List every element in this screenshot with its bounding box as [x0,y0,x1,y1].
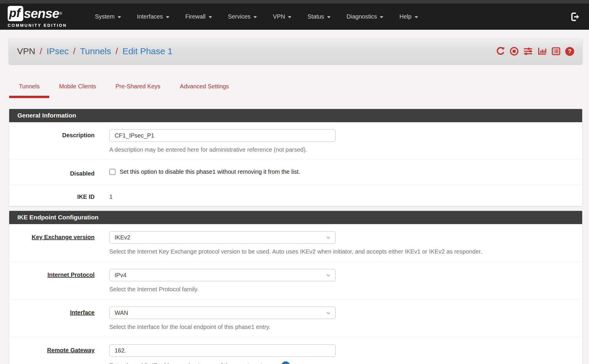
row-key-exchange-version: Key Exchange version IKEv2 Select the In… [9,224,582,262]
nav-item-firewall[interactable]: Firewall [177,10,220,23]
pfsense-logo-sense: sense [24,6,59,21]
chevron-down-icon [209,16,212,18]
nav-menu: System Interfaces Firewall Services VPN … [87,10,426,23]
nav-item-label: Status [307,13,324,20]
chevron-down-icon [415,16,418,18]
internet-protocol-select[interactable]: IPv4 [109,269,336,281]
nav-item-system[interactable]: System [87,10,129,23]
sliders-icon[interactable] [523,47,533,56]
remote-gateway-input[interactable] [109,344,336,357]
pfsense-logo[interactable]: pf sense ® COMMUNITY EDITION [8,6,67,28]
chevron-down-icon [325,310,331,317]
top-strip [0,0,589,4]
section-ike-endpoint-configuration: IKE Endpoint Configuration Key Exchange … [9,211,582,364]
bar-chart-icon[interactable] [537,47,547,56]
nav-item-label: Services [228,13,251,20]
breadcrumb-edit-phase-1[interactable]: Edit Phase 1 [122,46,172,56]
breadcrumb: VPN / IPsec / Tunnels / Edit Phase 1 [17,46,173,56]
stop-icon[interactable] [509,47,519,56]
tab-mobile-clients[interactable]: Mobile Clients [49,82,106,98]
chevron-down-icon [253,16,257,18]
key-exchange-version-value: IKEv2 [115,234,130,241]
breadcrumb-vpn: VPN [17,46,35,56]
remote-gateway-help: Enter the public IP address or host name… [109,362,277,364]
chevron-down-icon [327,16,331,18]
nav-item-label: Firewall [185,13,206,20]
tab-tunnels[interactable]: Tunnels [9,82,49,98]
ike-id-label: IKE ID [9,191,109,200]
ike-id-value: 1 [109,191,570,200]
tab-pre-shared-keys[interactable]: Pre-Shared Keys [106,82,170,98]
row-ike-id: IKE ID 1 [9,185,582,206]
internet-protocol-value: IPv4 [115,272,126,279]
description-label: Description [9,129,109,153]
disabled-label: Disabled [9,168,109,177]
breadcrumb-tunnels[interactable]: Tunnels [80,46,111,56]
disabled-checkbox[interactable] [109,169,116,175]
row-disabled: Disabled Set this option to disable this… [9,160,582,185]
chevron-down-icon [380,16,383,18]
tab-advanced-settings[interactable]: Advanced Settings [170,82,239,98]
nav-item-status[interactable]: Status [299,10,339,23]
nav-item-label: Diagnostics [347,13,377,20]
nav-item-label: VPN [273,13,285,20]
description-help: A description may be entered here for ad… [109,146,570,153]
description-input[interactable] [109,129,336,142]
key-exchange-version-label: Key Exchange version [9,231,109,255]
chevron-down-icon [166,16,169,18]
row-internet-protocol: Internet Protocol IPv4 Select the Intern… [9,262,582,300]
info-icon[interactable]: i [281,361,290,364]
breadcrumb-bar: VPN / IPsec / Tunnels / Edit Phase 1 [9,38,582,64]
row-interface: Interface WAN Select the interface for t… [9,300,582,337]
nav-item-services[interactable]: Services [220,10,265,23]
refresh-icon[interactable] [496,47,505,56]
internet-protocol-help: Select the Internet Protocol family. [109,286,570,293]
nav-item-diagnostics[interactable]: Diagnostics [339,10,391,23]
nav-item-vpn[interactable]: VPN [265,10,299,23]
breadcrumb-separator: / [116,46,118,56]
sign-out-icon[interactable] [570,12,580,22]
pfsense-logo-pf: pf [8,6,23,21]
interface-select[interactable]: WAN [109,307,336,319]
row-description: Description A description may be entered… [9,122,582,160]
chevron-down-icon [288,16,291,18]
chevron-down-icon [118,16,121,18]
breadcrumb-separator: / [73,46,75,56]
key-exchange-version-select[interactable]: IKEv2 [109,231,336,244]
community-edition-label: COMMUNITY EDITION [8,23,67,28]
row-remote-gateway: Remote Gateway Enter the public IP addre… [9,337,582,364]
remote-gateway-label: Remote Gateway [9,344,109,364]
nav-item-label: Interfaces [137,13,163,20]
nav-item-interfaces[interactable]: Interfaces [129,10,177,23]
main-navbar: pf sense ® COMMUNITY EDITION System Inte… [0,4,589,30]
section-title: General Information [9,109,582,122]
key-exchange-version-help: Select the Internet Key Exchange protoco… [109,248,570,255]
nav-item-label: System [95,13,115,20]
breadcrumb-ipsec[interactable]: IPsec [47,46,69,56]
log-icon[interactable] [551,47,561,56]
help-icon[interactable]: ? [565,47,575,56]
internet-protocol-label: Internet Protocol [9,269,109,293]
ipsec-tabs: Tunnels Mobile Clients Pre-Shared Keys A… [9,82,589,98]
interface-label: Interface [9,307,109,330]
nav-item-help[interactable]: Help [391,10,426,23]
breadcrumb-separator: / [40,46,42,56]
page-action-icons: ? [496,47,575,56]
nav-item-label: Help [399,13,411,20]
section-title: IKE Endpoint Configuration [9,211,582,224]
chevron-down-icon [325,235,331,242]
interface-value: WAN [115,310,128,316]
svg-text:?: ? [568,48,571,54]
registered-mark: ® [60,11,62,16]
disabled-checkbox-label: Set this option to disable this phase1 w… [120,168,300,175]
section-general-information: General Information Description A descri… [9,109,582,206]
chevron-down-icon [325,272,331,280]
interface-help: Select the interface for the local endpo… [109,324,570,330]
